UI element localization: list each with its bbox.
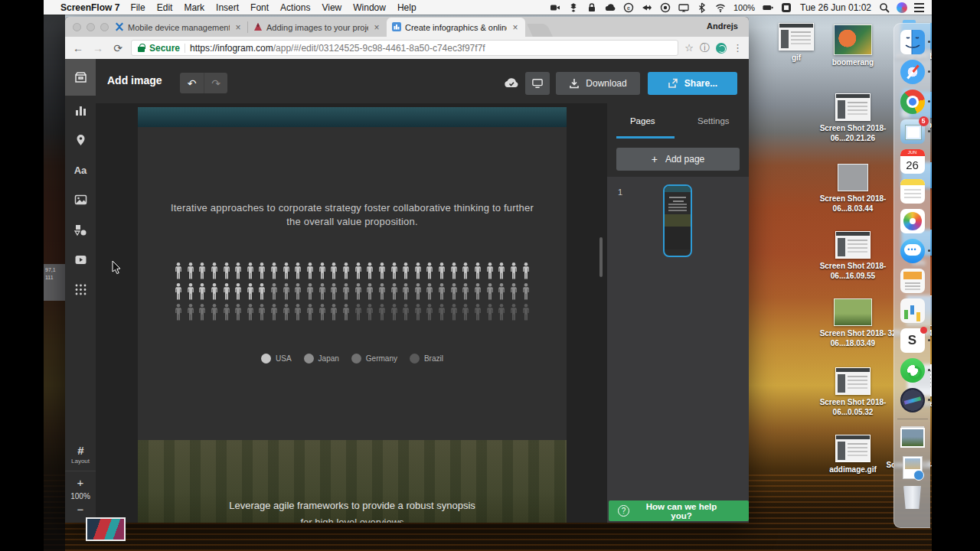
pictogram-chart[interactable]: [175, 262, 530, 321]
canvas-scrollbar[interactable]: [599, 237, 603, 277]
zoom-window-button[interactable]: [100, 23, 109, 31]
dock-item-slack[interactable]: S: [898, 327, 927, 354]
panel-tab-settings[interactable]: Settings: [678, 103, 750, 139]
infographic-canvas[interactable]: Iterative approaches to corporate strate…: [138, 107, 567, 523]
desktop-icon[interactable]: Screen Shot 2018-06...18.03.49: [816, 298, 890, 348]
menu-item-mark[interactable]: Mark: [184, 2, 204, 13]
sidebar-item-elements[interactable]: [65, 275, 96, 305]
share-button[interactable]: Share...: [648, 72, 737, 95]
siri-icon[interactable]: [897, 2, 907, 13]
input-source-icon[interactable]: [780, 2, 792, 13]
desktop-icon[interactable]: Screen Shot 2018-06...0.05.32: [816, 367, 890, 417]
dropbox-icon[interactable]: [568, 2, 580, 13]
sidebar-item-shapes[interactable]: [65, 215, 96, 245]
menu-item-help[interactable]: Help: [397, 2, 416, 13]
zoom-in-button[interactable]: +: [65, 476, 96, 490]
desktop-icon[interactable]: Screen Shot 2018-06...16.09.55: [816, 231, 890, 281]
bookmark-star-icon[interactable]: ☆: [684, 42, 694, 54]
sidebar-item-text[interactable]: Aa: [65, 155, 96, 185]
dock-item-calendar[interactable]: JUN26: [898, 148, 927, 175]
desktop-icon[interactable]: addimage.gif: [816, 435, 890, 474]
app-menu-title[interactable]: ScreenFlow 7: [60, 2, 119, 13]
menu-item-actions[interactable]: Actions: [280, 2, 310, 13]
person-icon: [342, 283, 350, 300]
help-button[interactable]: ? How can we help you?: [609, 500, 749, 521]
browser-tab-1[interactable]: Mobile device management (M×: [109, 18, 248, 37]
undo-button[interactable]: ↶: [180, 73, 204, 93]
extension-icon[interactable]: [716, 43, 727, 54]
lock-icon[interactable]: [586, 2, 598, 13]
menu-item-file[interactable]: File: [130, 2, 145, 13]
dock-item-mail[interactable]: 5: [898, 118, 927, 145]
dock-item-safari[interactable]: [898, 58, 927, 86]
sidebar-item-video[interactable]: [65, 245, 96, 275]
display-icon[interactable]: [678, 2, 690, 13]
sidebar-item-image[interactable]: [65, 185, 96, 215]
person-icon: [258, 262, 266, 279]
bluetooth-icon[interactable]: [697, 2, 708, 13]
back-button[interactable]: ←: [71, 42, 85, 54]
browser-tab-3[interactable]: Create infographics & online c×: [387, 18, 525, 37]
page-thumbnail[interactable]: [663, 184, 692, 257]
canvas-heading-text[interactable]: Iterative approaches to corporate strate…: [168, 201, 536, 229]
photo-preview-thumbnail[interactable]: [86, 517, 126, 541]
sidebar-item-map[interactable]: [65, 126, 96, 155]
cloud-icon[interactable]: [605, 2, 616, 13]
sidebar-item-chart[interactable]: [65, 96, 96, 126]
tab-close-icon[interactable]: ×: [511, 22, 520, 33]
dock-item-pages[interactable]: [898, 267, 927, 295]
panel-tab-pages[interactable]: Pages: [607, 103, 678, 139]
zoom-out-button[interactable]: −: [65, 503, 96, 517]
dock-item-numbers[interactable]: [898, 297, 927, 324]
close-window-button[interactable]: [73, 23, 81, 31]
record-icon[interactable]: [550, 2, 561, 13]
menu-item-window[interactable]: Window: [353, 2, 386, 13]
dock-item-trash[interactable]: [898, 484, 927, 511]
download-button[interactable]: Download: [556, 72, 640, 95]
info-icon[interactable]: ⓘ: [700, 41, 710, 55]
chrome-menu-icon[interactable]: ⋮: [733, 42, 743, 54]
menu-item-view[interactable]: View: [322, 2, 341, 13]
dock-item-screenshot-file[interactable]: [898, 454, 927, 481]
wifi-icon[interactable]: [715, 2, 727, 13]
dock-item-whatsapp[interactable]: [898, 357, 927, 384]
sidebar-item-add-image[interactable]: [65, 59, 96, 96]
dock-item-chrome[interactable]: [898, 88, 927, 116]
spotlight-search-icon[interactable]: [878, 2, 890, 13]
redo-button[interactable]: ↷: [204, 73, 227, 93]
preview-button[interactable]: [525, 72, 550, 95]
tab-close-icon[interactable]: ×: [372, 22, 381, 33]
reload-button[interactable]: ⟳: [111, 42, 125, 54]
canvas-top-image[interactable]: [138, 107, 567, 127]
add-page-button[interactable]: + Add page: [616, 148, 740, 171]
browser-tab-2[interactable]: Adding images to your project×: [248, 18, 387, 37]
desktop-icon[interactable]: Screen Shot 2018-06...20.21.26: [816, 93, 890, 143]
desktop-icon[interactable]: boomerang: [816, 24, 890, 67]
chrome-profile-name[interactable]: Andrejs: [707, 21, 738, 31]
dock-item-screenflow[interactable]: [898, 386, 927, 414]
menu-bar-clock[interactable]: Tue 26 Jun 01:02: [800, 2, 871, 13]
canvas-bottom-heading[interactable]: Leverage agile frameworks to provide a r…: [138, 500, 567, 511]
opera-icon[interactable]: [660, 2, 671, 13]
layout-button[interactable]: # Layout: [65, 437, 96, 471]
address-bar[interactable]: Secure https://infogram.com/app/#/edit/0…: [131, 40, 678, 56]
notification-center-icon[interactable]: [914, 3, 924, 12]
dock-item-media-folder[interactable]: [898, 424, 927, 452]
battery-icon[interactable]: [762, 2, 773, 13]
menu-item-font[interactable]: Font: [250, 2, 269, 13]
new-tab-button[interactable]: [527, 24, 553, 37]
send-icon[interactable]: [642, 2, 653, 13]
menu-item-insert[interactable]: Insert: [216, 2, 239, 13]
dock-item-messages[interactable]: [898, 237, 927, 265]
url-text[interactable]: https://infogram.com/app/#/edit/03124525…: [190, 43, 485, 54]
canvas-bottom-image[interactable]: Leverage agile frameworks to provide a r…: [138, 440, 567, 523]
menu-item-edit[interactable]: Edit: [157, 2, 173, 13]
evernote-icon[interactable]: e: [623, 2, 635, 13]
dock-item-photos[interactable]: [898, 207, 927, 235]
dock-item-finder[interactable]: [898, 28, 927, 56]
dock-item-notes[interactable]: [898, 178, 927, 205]
desktop-icon[interactable]: Screen Shot 2018-06...8.03.44: [816, 164, 890, 214]
tab-close-icon[interactable]: ×: [234, 22, 243, 33]
desktop-icon-label: gif: [792, 53, 801, 63]
minimize-window-button[interactable]: [87, 23, 95, 31]
